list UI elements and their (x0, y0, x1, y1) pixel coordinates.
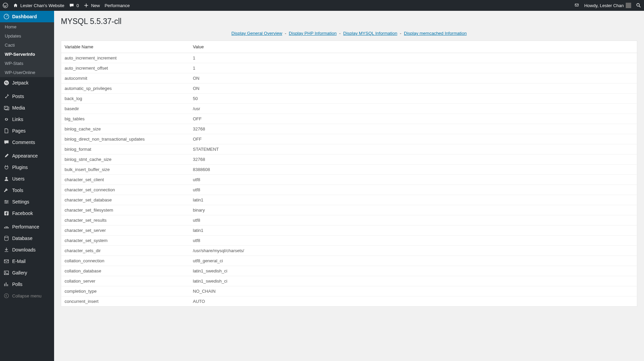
chart-icon (3, 281, 9, 287)
menu-media[interactable]: Media (0, 102, 54, 114)
menu-settings[interactable]: Settings (0, 196, 54, 208)
var-name-cell: concurrent_insert (61, 296, 190, 307)
howdy-label: Howdy, Lester Chan (584, 3, 624, 8)
media-icon (3, 105, 9, 111)
menu-gallery[interactable]: Gallery (0, 267, 54, 279)
var-value-cell: latin1_swedish_ci (190, 266, 637, 276)
my-account-link[interactable]: Howdy, Lester Chan (584, 3, 631, 8)
submenu-item[interactable]: Home (0, 22, 54, 31)
table-row: concurrent_insertAUTO (61, 296, 637, 307)
user-icon (3, 176, 9, 182)
menu-pages[interactable]: Pages (0, 125, 54, 137)
var-name-cell: character_set_connection (61, 185, 190, 195)
menu-plugins-label: Plugins (12, 165, 28, 170)
var-name-cell: completion_type (61, 286, 190, 296)
submenu-item[interactable]: WP-Stats (0, 59, 54, 68)
performance-label: Performance (104, 3, 129, 8)
menu-dashboard-label: Dashboard (12, 14, 37, 19)
menu-plugins[interactable]: Plugins (0, 162, 54, 173)
svg-point-7 (5, 200, 6, 201)
avatar (626, 3, 631, 8)
var-name-cell: character_sets_dir (61, 246, 190, 256)
search-toggle[interactable] (636, 3, 641, 8)
menu-polls[interactable]: Polls (0, 279, 54, 290)
page-title: MYSQL 5.5.37-cll (61, 17, 637, 26)
notifications-link[interactable] (574, 3, 579, 8)
var-value-cell: 32768 (190, 154, 637, 165)
comment-icon (69, 3, 74, 8)
menu-users[interactable]: Users (0, 173, 54, 185)
menu-downloads[interactable]: Downloads (0, 244, 54, 256)
menu-email-label: E-Mail (12, 259, 26, 264)
menu-pages-label: Pages (12, 128, 26, 134)
table-row: character_set_serverlatin1 (61, 225, 637, 236)
menu-facebook-label: Facebook (12, 211, 33, 216)
menu-posts[interactable]: Posts (0, 91, 54, 102)
submenu-item[interactable]: Cacti (0, 41, 54, 50)
var-name-cell: auto_increment_increment (61, 53, 190, 63)
menu-users-label: Users (12, 176, 25, 182)
info-nav-link[interactable]: Display MYSQL Information (343, 31, 397, 36)
menu-appearance[interactable]: Appearance (0, 150, 54, 162)
wp-logo[interactable] (3, 3, 8, 8)
table-row: bulk_insert_buffer_size8388608 (61, 165, 637, 175)
menu-jetpack[interactable]: Jetpack (0, 77, 54, 89)
submenu-item[interactable]: WP-ServerInfo (0, 50, 54, 59)
info-nav-link[interactable]: Display memcached Information (404, 31, 467, 36)
var-value-cell: utf8 (190, 175, 637, 185)
var-name-cell: character_set_filesystem (61, 205, 190, 215)
var-value-cell: /usr/share/mysql/charsets/ (190, 246, 637, 256)
menu-tools[interactable]: Tools (0, 185, 54, 196)
var-value-cell: latin1 (190, 225, 637, 236)
comments-link[interactable]: 0 (69, 3, 79, 8)
var-name-cell: character_set_database (61, 195, 190, 205)
var-name-cell: character_set_system (61, 236, 190, 246)
svg-point-15 (4, 294, 9, 298)
var-name-cell: character_set_server (61, 225, 190, 236)
link-separator: - (338, 31, 342, 36)
pin-icon (3, 93, 9, 99)
info-nav-link[interactable]: Display PHP Information (289, 31, 336, 36)
var-value-cell: NO_CHAIN (190, 286, 637, 296)
table-row: back_log50 (61, 94, 637, 104)
menu-performance-label: Performance (12, 224, 39, 230)
menu-links[interactable]: Links (0, 114, 54, 125)
menu-posts-label: Posts (12, 94, 24, 99)
table-row: auto_increment_offset1 (61, 63, 637, 73)
dashboard-submenu: HomeUpdatesCactiWP-ServerInfoWP-StatsWP-… (0, 22, 54, 77)
var-value-cell: 50 (190, 94, 637, 104)
site-name-link[interactable]: Lester Chan's Website (13, 3, 64, 8)
submenu-item[interactable]: WP-UserOnline (0, 68, 54, 77)
var-name-cell: big_tables (61, 114, 190, 124)
menu-performance[interactable]: Performance (0, 221, 54, 233)
var-name-cell: autocommit (61, 73, 190, 83)
var-value-cell: 1 (190, 53, 637, 63)
table-row: binlog_cache_size32768 (61, 124, 637, 134)
var-value-cell: STATEMENT (190, 144, 637, 154)
table-row: big_tablesOFF (61, 114, 637, 124)
menu-links-label: Links (12, 117, 23, 122)
var-name-cell: binlog_cache_size (61, 124, 190, 134)
menu-dashboard[interactable]: Dashboard (0, 11, 54, 22)
var-name-cell: character_set_client (61, 175, 190, 185)
link-separator: - (399, 31, 403, 36)
table-row: binlog_direct_non_transactional_updatesO… (61, 134, 637, 144)
gauge-icon (3, 224, 9, 230)
table-row: completion_typeNO_CHAIN (61, 286, 637, 296)
performance-link[interactable]: Performance (104, 3, 129, 8)
info-nav-link[interactable]: Display General Overview (232, 31, 282, 36)
menu-jetpack-label: Jetpack (12, 80, 28, 86)
svg-point-11 (5, 236, 8, 238)
submenu-item[interactable]: Updates (0, 31, 54, 41)
var-name-cell: basedir (61, 104, 190, 114)
mysql-vars-table: Variable Name Value auto_increment_incre… (61, 41, 637, 307)
menu-database[interactable]: Database (0, 233, 54, 244)
table-row: character_set_clientutf8 (61, 175, 637, 185)
menu-facebook[interactable]: Facebook (0, 208, 54, 219)
new-content-link[interactable]: New (84, 3, 100, 8)
col-header-value: Value (190, 41, 637, 53)
jetpack-icon (3, 80, 9, 86)
menu-comments[interactable]: Comments (0, 137, 54, 148)
collapse-menu-button[interactable]: Collapse menu (0, 290, 54, 302)
menu-email[interactable]: E-Mail (0, 256, 54, 267)
